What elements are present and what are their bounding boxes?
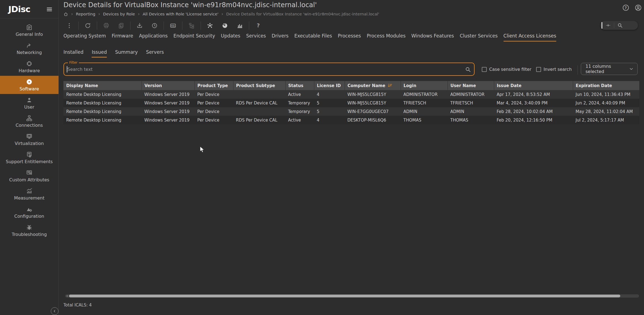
virtualization-icon [26, 133, 33, 140]
tab-applications[interactable]: Applications [139, 33, 168, 42]
table-row[interactable]: Remote Desktop LicensingWindows Server 2… [63, 99, 639, 107]
tab-updates[interactable]: Updates [221, 33, 240, 42]
cell-display-name: Remote Desktop Licensing [63, 107, 142, 116]
search-icon[interactable] [465, 66, 471, 73]
sidebar-item-hardware[interactable]: Hardware [0, 58, 58, 76]
scrollbar-thumb[interactable] [69, 295, 620, 297]
printer-icon [103, 22, 110, 29]
sidebar-item-connections[interactable]: Connections [0, 112, 58, 130]
refresh-button[interactable] [80, 22, 95, 29]
breadcrumb-item[interactable]: Reporting [76, 12, 95, 16]
bar-chart-button[interactable] [232, 22, 247, 29]
history-clock-icon [151, 22, 158, 29]
tab-endpoint-security[interactable]: Endpoint Security [174, 33, 215, 42]
sql-button[interactable]: SQL [166, 22, 180, 29]
kebab-menu-button[interactable] [62, 22, 77, 29]
home-icon[interactable] [63, 12, 68, 17]
columns-selected-dropdown[interactable]: 11 columns selected [581, 63, 638, 75]
subtab-summary[interactable]: Summary [115, 49, 138, 58]
history-clock-button[interactable] [147, 22, 162, 29]
sidebar-item-label: Connections [16, 123, 43, 128]
svg-text:?: ? [625, 6, 627, 10]
column-header-login[interactable]: Login [401, 81, 448, 90]
breadcrumb-item[interactable]: All Devices with Role 'License service' [143, 12, 219, 16]
column-header-label: Issue Date [497, 83, 521, 88]
cell-product-type: Per Device [195, 116, 233, 124]
subtab-issued[interactable]: Issued [92, 49, 107, 58]
pill-handle[interactable] [602, 22, 602, 29]
sidebar-item-general-info[interactable]: General Info [0, 21, 58, 39]
sidebar-item-virtualization[interactable]: Virtualization [0, 130, 58, 149]
column-header-user-name[interactable]: User Name [448, 81, 494, 90]
topology-button[interactable] [203, 22, 217, 29]
filter-search-input[interactable] [64, 63, 474, 75]
sidebar-item-software[interactable]: Software [0, 76, 58, 94]
sidebar-item-support-entitlements[interactable]: Support Entitlements [0, 149, 58, 167]
main-content: Device Details for VirtualBox Instance '… [59, 0, 644, 315]
move-dots-icon[interactable] [605, 22, 611, 28]
column-header-license-id[interactable]: License ID [314, 81, 345, 90]
cell-issue-date: Feb 20, 2024, 12:16:50 PM [494, 116, 573, 124]
hierarchy-tree-button [184, 22, 199, 29]
cell-computer-name: WIN-MJS5LCG815Y [345, 90, 401, 99]
tab-services[interactable]: Services [246, 33, 266, 42]
cell-login: TFRIETSCH [401, 99, 448, 107]
scroll-left-arrow-icon[interactable] [66, 295, 68, 297]
breadcrumb-separator: › [71, 12, 73, 17]
case-sensitive-checkbox-group[interactable]: Case sensitive filter [482, 67, 531, 72]
tab-executable-files[interactable]: Executable Files [294, 33, 332, 42]
breadcrumb-separator: › [99, 12, 100, 17]
sidebar-item-troubleshooting[interactable]: Troubleshooting [0, 221, 58, 239]
sidebar-item-measurement[interactable]: Measurement [0, 185, 58, 203]
column-header-computer-name[interactable]: Computer Name [345, 81, 401, 90]
sidebar-collapse-button[interactable] [51, 307, 58, 315]
tab-windows-features[interactable]: Windows Features [411, 33, 454, 42]
account-icon[interactable] [634, 4, 642, 12]
column-header-product-subtype[interactable]: Product Subtype [233, 81, 285, 90]
column-header-issue-date[interactable]: Issue Date [494, 81, 573, 90]
sidebar-item-label: Networking [17, 50, 42, 55]
cell-product-subtype: RDS Per Device CAL [233, 116, 285, 124]
cell-user-name: ADMIN [448, 107, 494, 116]
cell-product-type: Per Device [195, 99, 233, 107]
sidebar-item-networking[interactable]: Networking [0, 39, 58, 58]
export-download-button[interactable] [132, 22, 147, 29]
column-header-status[interactable]: Status [285, 81, 314, 90]
breadcrumb-item[interactable]: Devices by Role [103, 12, 135, 16]
toolbar-separator [164, 21, 164, 30]
sidebar-item-user[interactable]: User [0, 94, 58, 112]
quick-search-icon[interactable] [617, 22, 623, 28]
cell-version: Windows Server 2019 [142, 107, 195, 116]
tab-operating-system[interactable]: Operating System [63, 33, 106, 42]
table-row[interactable]: Remote Desktop LicensingWindows Server 2… [63, 107, 639, 116]
table-row[interactable]: Remote Desktop LicensingWindows Server 2… [63, 90, 639, 99]
sidebar-item-label: Support Entitlements [6, 159, 53, 164]
tab-process-modules[interactable]: Process Modules [367, 33, 406, 42]
column-header-version[interactable]: Version [142, 81, 195, 90]
sidebar-item-configuration[interactable]: Configuration [0, 203, 58, 221]
sidebar-item-custom-attributes[interactable]: Custom Attributes [0, 167, 58, 185]
sidebar-item-label: Measurement [14, 195, 44, 201]
tab-drivers[interactable]: Drivers [272, 33, 289, 42]
tab-firmware[interactable]: Firmware [112, 33, 133, 42]
column-header-product-type[interactable]: Product Type [195, 81, 233, 90]
column-header-display-name[interactable]: Display Name [63, 81, 142, 90]
help-icon[interactable]: ? [622, 4, 630, 12]
subtab-servers[interactable]: Servers [146, 49, 164, 58]
cell-license-id: 5 [314, 107, 345, 116]
pie-chart-button[interactable] [217, 22, 232, 29]
case-sensitive-checkbox[interactable] [482, 67, 487, 72]
tab-processes[interactable]: Processes [338, 33, 361, 42]
invert-search-checkbox-group[interactable]: Invert search [536, 67, 572, 72]
tab-client-access-licenses[interactable]: Client Access Licenses [504, 33, 556, 42]
table-row[interactable]: Remote Desktop LicensingWindows Server 2… [63, 116, 639, 124]
tab-cluster-services[interactable]: Cluster Services [460, 33, 497, 42]
horizontal-scrollbar[interactable] [65, 294, 639, 298]
subtab-installed[interactable]: Installed [63, 49, 83, 58]
sidebar-item-label: Custom Attributes [9, 177, 49, 182]
invert-search-checkbox[interactable] [536, 67, 541, 72]
cell-issue-date: Feb 28, 2024, 10:02:04 AM [494, 107, 573, 116]
help-button[interactable]: ? [251, 22, 266, 29]
column-header-expiration-date[interactable]: Expiration Date [573, 81, 639, 90]
hamburger-menu-icon[interactable] [46, 6, 53, 13]
